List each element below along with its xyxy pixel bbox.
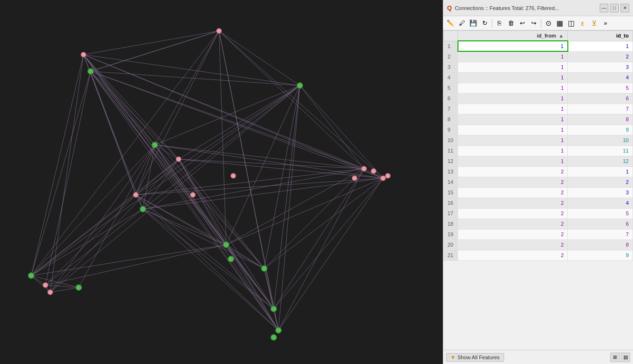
svg-rect-0 (8, 0, 436, 364)
svg-point-132 (276, 327, 282, 333)
id-to-cell: 9 (568, 125, 633, 135)
table-row[interactable]: 515 (444, 83, 633, 93)
show-all-features-button[interactable]: ▼ Show All Features (446, 353, 504, 362)
id-to-cell: 12 (568, 156, 633, 166)
table-row[interactable]: 313 (444, 62, 633, 72)
more-button[interactable]: » (600, 18, 611, 29)
table-row[interactable]: 1826 (444, 219, 633, 229)
row-number-cell: 16 (444, 198, 458, 208)
table-row[interactable]: 818 (444, 114, 633, 125)
table-row[interactable]: 111 (444, 41, 633, 51)
table-row[interactable]: 12112 (444, 156, 633, 166)
svg-point-127 (29, 273, 34, 278)
select-all-button[interactable]: ⊙ (543, 18, 554, 29)
grid-icon-button[interactable]: ⊞ (610, 353, 620, 362)
reload-button[interactable]: ↻ (479, 18, 490, 29)
svg-point-111 (217, 29, 222, 33)
row-number-cell: 14 (444, 177, 458, 187)
svg-point-134 (231, 173, 236, 178)
minimize-button[interactable]: — (600, 4, 608, 12)
svg-point-128 (43, 283, 48, 287)
table-row[interactable]: 414 (444, 72, 633, 83)
id-from-cell: 2 (458, 250, 568, 260)
row-number-cell: 7 (444, 104, 458, 114)
attribute-table-panel: Q Connections :: Features Total: 276, Fi… (443, 0, 633, 364)
id-to-cell: 7 (568, 229, 633, 239)
id-to-cell: 4 (568, 198, 633, 208)
toggle-editing-button[interactable]: 🖊 (457, 18, 467, 29)
id-to-cell: 6 (568, 93, 633, 104)
table-row[interactable]: 1523 (444, 187, 633, 198)
expression-button[interactable]: ε (577, 18, 588, 29)
row-number-cell: 9 (444, 125, 458, 135)
row-number-cell: 11 (444, 145, 458, 156)
title-bar: Q Connections :: Features Total: 276, Fi… (443, 0, 633, 16)
id-from-cell: 1 (458, 72, 568, 83)
svg-point-120 (228, 256, 234, 262)
table-row[interactable]: 2028 (444, 239, 633, 250)
id-to-cell: 11 (568, 145, 633, 156)
table-scroll-area[interactable]: id_from ▲ id_to 111212313414515616717818… (443, 30, 633, 350)
id-from-cell: 2 (458, 219, 568, 229)
table-body: 1112123134145156167178189191011011111121… (444, 41, 633, 260)
copy-button[interactable]: ⎘ (494, 18, 505, 29)
table-toolbar: ✏️ 🖊 💾 ↻ ⎘ 🗑 ↩ ↪ ⊙ ▦ ◫ ε ⊻ » (443, 16, 633, 30)
id-to-cell: 2 (568, 51, 633, 62)
close-button[interactable]: ✕ (621, 4, 629, 12)
maximize-button[interactable]: □ (610, 4, 619, 12)
row-number-cell: 19 (444, 229, 458, 239)
row-number-cell: 3 (444, 62, 458, 72)
svg-point-123 (362, 166, 367, 171)
id-from-cell: 1 (458, 135, 568, 145)
table-view-button[interactable]: ▦ (555, 18, 565, 29)
id-to-cell: 2 (568, 177, 633, 187)
svg-point-130 (76, 285, 82, 290)
svg-point-119 (224, 242, 229, 248)
redo-button[interactable]: ↪ (528, 18, 539, 29)
row-number-cell: 12 (444, 156, 458, 166)
table-row[interactable]: 212 (444, 51, 633, 62)
app-icon: Q (447, 4, 452, 11)
id-from-cell: 1 (458, 93, 568, 104)
bottom-bar: ▼ Show All Features ⊞ ▤ (443, 350, 633, 364)
filter-button[interactable]: ⊻ (589, 18, 599, 29)
id-to-header[interactable]: id_to (568, 31, 633, 41)
window-title: Connections :: Features Total: 276, Filt… (455, 5, 559, 11)
row-number-cell: 21 (444, 250, 458, 260)
undo-button[interactable]: ↩ (517, 18, 527, 29)
edit-button[interactable]: ✏️ (445, 18, 456, 29)
id-from-cell: 2 (458, 166, 568, 177)
row-number-cell: 8 (444, 114, 458, 125)
table-row[interactable]: 616 (444, 93, 633, 104)
table-row[interactable]: 1321 (444, 166, 633, 177)
row-number-cell: 17 (444, 208, 458, 219)
save-edits-button[interactable]: 💾 (468, 18, 478, 29)
table-row[interactable]: 717 (444, 104, 633, 114)
table-dock-button[interactable]: ▤ (621, 353, 630, 362)
map-view-button[interactable]: ◫ (566, 18, 576, 29)
id-from-cell: 1 (458, 104, 568, 114)
table-row[interactable]: 1927 (444, 229, 633, 239)
delete-button[interactable]: 🗑 (506, 18, 516, 29)
id-from-cell: 2 (458, 229, 568, 239)
row-number-cell: 18 (444, 219, 458, 229)
table-row[interactable]: 1422 (444, 177, 633, 187)
table-row[interactable]: 919 (444, 125, 633, 135)
id-from-cell: 1 (458, 156, 568, 166)
row-number-cell: 15 (444, 187, 458, 198)
table-row[interactable]: 11111 (444, 145, 633, 156)
svg-point-121 (262, 266, 267, 271)
id-from-cell: 2 (458, 198, 568, 208)
network-canvas[interactable] (0, 0, 443, 364)
id-from-header[interactable]: id_from ▲ (458, 31, 568, 41)
table-row[interactable]: 1725 (444, 208, 633, 219)
table-row[interactable]: 2129 (444, 250, 633, 260)
svg-point-124 (371, 169, 376, 173)
svg-point-116 (176, 157, 181, 162)
table-row[interactable]: 10110 (444, 135, 633, 145)
id-to-cell: 8 (568, 239, 633, 250)
table-row[interactable]: 1624 (444, 198, 633, 208)
svg-point-131 (271, 335, 277, 340)
svg-point-117 (134, 192, 138, 197)
svg-point-122 (271, 306, 277, 312)
